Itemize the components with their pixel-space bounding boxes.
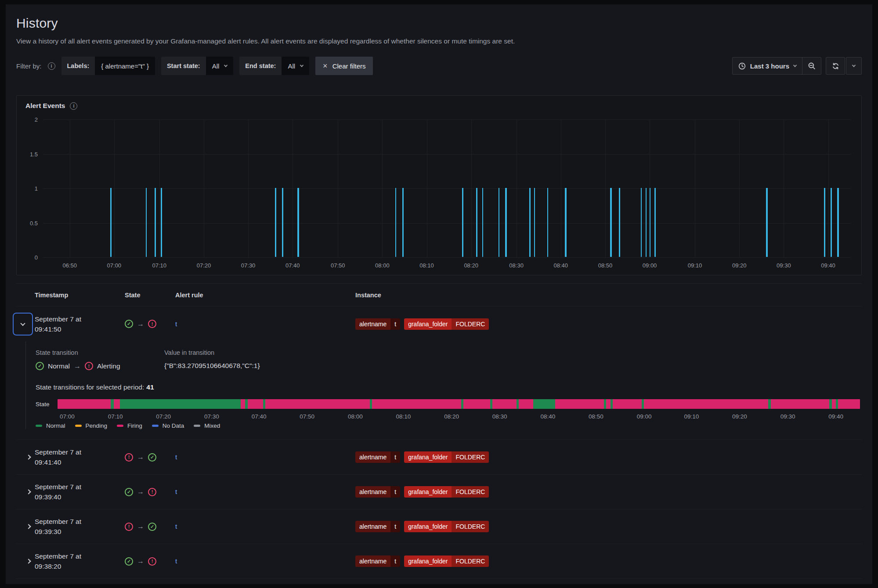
legend-item[interactable]: Mixed	[194, 422, 220, 429]
chevron-down-icon	[20, 321, 25, 325]
end-state-select[interactable]: All	[282, 57, 309, 75]
timeline-tick-label: 08:30	[492, 413, 507, 420]
event-bar	[619, 188, 620, 257]
value-in-transition-label: Value in transition	[164, 349, 260, 356]
timeline-tick-label: 07:00	[60, 413, 75, 420]
expand-row-button[interactable]	[13, 550, 33, 573]
event-bar	[155, 188, 156, 257]
timeline-segment-normal	[533, 399, 555, 409]
alert-events-panel: Alert Events i 00.511.5206:5007:0007:100…	[16, 95, 862, 275]
y-axis-tick-label: 1.5	[30, 151, 38, 157]
legend-item[interactable]: No Data	[152, 422, 184, 429]
x-axis-tick-label: 08:50	[598, 262, 613, 269]
alert-rule-link[interactable]: t	[175, 523, 177, 530]
timeline-segment-firing	[613, 399, 642, 409]
x-axis-tick-label: 08:10	[419, 262, 434, 269]
chevron-down-icon	[793, 63, 797, 67]
gridline	[204, 119, 204, 257]
x-axis-tick-label: 09:10	[688, 262, 702, 269]
filter-info-icon[interactable]: i	[48, 62, 55, 70]
time-range-button[interactable]: Last 3 hours	[733, 58, 802, 74]
event-bar	[610, 188, 612, 257]
state-transition: ✓ → !	[125, 488, 175, 496]
chevron-right-icon	[26, 455, 31, 459]
state-transition: ! → ✓	[125, 523, 175, 531]
timeline-segment-normal	[120, 399, 240, 409]
alert-rule-link[interactable]: t	[175, 557, 177, 565]
instance-labels: alertnametgrafana_folderFOLDERC	[355, 556, 862, 567]
state-transition: ✓ → !	[125, 320, 175, 328]
exclamation-circle-icon: !	[148, 320, 156, 328]
event-bar	[534, 188, 535, 257]
x-axis-tick-label: 07:20	[197, 262, 211, 269]
filter-by-label: Filter by:	[16, 62, 42, 70]
expand-row-button[interactable]	[13, 480, 33, 503]
event-timestamp: September 7 at 09:39:30	[35, 516, 125, 537]
x-axis-tick-label: 08:30	[509, 262, 524, 269]
start-state-select[interactable]: All	[206, 57, 234, 75]
expand-row-button[interactable]	[13, 446, 33, 469]
state-timeline-bar	[58, 399, 860, 409]
timeline-segment-firing	[519, 399, 533, 409]
exclamation-circle-icon: !	[148, 488, 156, 496]
legend-item[interactable]: Firing	[117, 422, 142, 429]
end-state-label: End state:	[239, 57, 282, 75]
clear-filters-button[interactable]: × Clear filters	[315, 57, 373, 75]
value-in-transition: {"B":83.27095106640678,"C":1}	[164, 362, 260, 370]
column-header-rule: Alert rule	[175, 292, 355, 299]
legend-item[interactable]: Normal	[36, 422, 65, 429]
zoom-out-button[interactable]	[802, 58, 821, 74]
check-circle-icon: ✓	[125, 557, 133, 566]
instance-label-pill: grafana_folderFOLDERC	[404, 451, 489, 463]
alert-rule-link[interactable]: t	[175, 320, 177, 328]
refresh-button[interactable]	[826, 57, 845, 75]
start-state-label: Start state:	[161, 57, 206, 75]
event-bar	[646, 188, 647, 257]
timeline-segment-firing	[241, 399, 246, 409]
state-transition-value: ✓ Normal → ! Alerting	[36, 362, 164, 370]
panel-info-icon[interactable]: i	[70, 102, 77, 110]
expand-row-button[interactable]	[13, 515, 33, 538]
chevron-down-icon	[224, 63, 228, 67]
timeline-segment-firing	[492, 399, 517, 409]
gridline	[828, 119, 829, 257]
timeline-tick-label: 09:30	[780, 413, 795, 420]
timeline-segment-firing	[463, 399, 490, 409]
timeline-segment-firing	[58, 399, 111, 409]
gridline	[561, 119, 561, 257]
start-state-value: All	[212, 62, 220, 70]
alert-events-chart: 00.511.5206:5007:0007:1007:2007:3007:400…	[43, 118, 851, 271]
gridline	[517, 119, 517, 257]
transitions-count: 41	[146, 383, 154, 391]
event-bar	[565, 188, 567, 257]
timeline-tick-label: 07:40	[252, 413, 267, 420]
event-timestamp: September 7 at 09:39:40	[35, 482, 125, 502]
column-header-state: State	[125, 292, 175, 299]
gridline	[114, 119, 115, 257]
event-bar	[641, 188, 642, 257]
event-bar	[297, 188, 299, 257]
event-bar	[282, 188, 283, 257]
event-bar	[476, 188, 477, 257]
refresh-icon	[832, 62, 839, 70]
gridline	[43, 154, 851, 155]
instance-label-pill: alertnamet	[355, 556, 400, 567]
table-row: September 7 at 09:39:40 ✓ → ! t alertnam…	[16, 475, 862, 509]
expand-row-button[interactable]	[13, 313, 33, 335]
refresh-interval-dropdown[interactable]	[846, 57, 862, 75]
alert-rule-link[interactable]: t	[175, 453, 177, 461]
table-row: September 7 at 09:41:40 ! → ✓ t alertnam…	[16, 440, 862, 475]
legend-item[interactable]: Pending	[75, 422, 108, 429]
labels-input[interactable]: { alertname="t" }	[95, 57, 155, 75]
instance-labels: alertnametgrafana_folderFOLDERC	[355, 451, 862, 463]
instance-label-pill: alertnamet	[355, 521, 400, 532]
gridline	[784, 119, 784, 257]
check-circle-icon: ✓	[148, 453, 156, 462]
alert-rule-link[interactable]: t	[175, 488, 177, 495]
arrow-right-icon: →	[137, 523, 144, 530]
chevron-down-icon	[852, 63, 856, 67]
instance-label-pill: grafana_folderFOLDERC	[404, 318, 489, 330]
instance-label-pill: alertnamet	[355, 486, 400, 498]
clock-icon	[738, 62, 746, 70]
arrow-right-icon: →	[137, 488, 144, 496]
